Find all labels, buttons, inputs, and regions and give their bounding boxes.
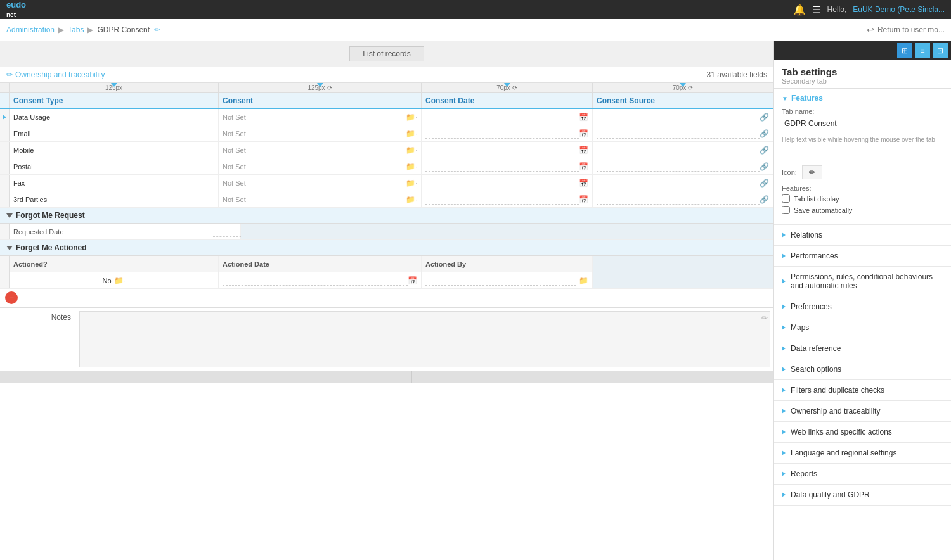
link-icon-6[interactable]: 🔗 bbox=[760, 195, 769, 204]
link-icon-5[interactable]: 🔗 bbox=[760, 179, 769, 188]
requested-date-input[interactable]: 📅 bbox=[209, 224, 241, 239]
cell-source-6[interactable]: 🔗 bbox=[593, 191, 773, 207]
cell-date-1[interactable]: 📅 bbox=[422, 109, 593, 125]
folder-icon-4[interactable]: 📁 bbox=[406, 162, 415, 171]
help-text: Help text visible while hovering the mou… bbox=[782, 136, 943, 144]
collapsible-permissions[interactable]: Permissions, rules, conditional behaviou… bbox=[774, 267, 951, 296]
collapsible-label-language: Language and regional settings bbox=[791, 449, 896, 457]
cell-source-4[interactable]: 🔗 bbox=[593, 158, 773, 174]
calendar-icon-6[interactable]: 📅 bbox=[579, 195, 588, 204]
col-resize-consent-source[interactable]: 70px ⟳ bbox=[593, 83, 773, 92]
features-toggle[interactable]: ▼ Features bbox=[782, 94, 943, 103]
notes-section: Notes ✏ bbox=[0, 307, 773, 371]
collapsible-preferences[interactable]: Preferences bbox=[774, 296, 951, 317]
cell-date-3[interactable]: 📅 bbox=[422, 142, 593, 158]
collapsible-web-links[interactable]: Web links and specific actions bbox=[774, 422, 951, 443]
cell-date-4[interactable]: 📅 bbox=[422, 158, 593, 174]
cell-consent-2[interactable]: Not Set 📁 · bbox=[219, 125, 422, 141]
actioned-by-input[interactable]: 📁 bbox=[422, 272, 593, 288]
cell-source-2[interactable]: 🔗 bbox=[593, 125, 773, 141]
forget-me-actioned-header[interactable]: Forget Me Actioned bbox=[0, 240, 773, 256]
link-icon-2[interactable]: 🔗 bbox=[760, 129, 769, 138]
cell-consent-1[interactable]: Not Set 📁 · bbox=[219, 109, 422, 125]
notes-content[interactable]: ✏ bbox=[79, 311, 770, 367]
return-button[interactable]: ↩ Return to user mo... bbox=[867, 25, 945, 35]
grid-view-icon[interactable]: ⊞ bbox=[897, 43, 912, 58]
notes-edit-icon[interactable]: ✏ bbox=[761, 314, 768, 322]
actioned-date-input[interactable]: 📅 bbox=[219, 272, 422, 288]
breadcrumb-tabs[interactable]: Tabs bbox=[68, 25, 84, 34]
collapsible-maps[interactable]: Maps bbox=[774, 317, 951, 338]
collapsible-ownership[interactable]: Ownership and traceability bbox=[774, 401, 951, 422]
folder-icon-1[interactable]: 📁 bbox=[406, 113, 415, 122]
cell-date-2[interactable]: 📅 bbox=[422, 125, 593, 141]
link-icon-1[interactable]: 🔗 bbox=[760, 113, 769, 122]
collapsible-arrow-permissions bbox=[782, 279, 786, 284]
collapsible-label-ownership: Ownership and traceability bbox=[791, 407, 880, 416]
list-view-icon[interactable]: ≡ bbox=[915, 43, 930, 58]
refresh-icon-1[interactable]: ⟳ bbox=[327, 84, 332, 91]
cell-source-3[interactable]: 🔗 bbox=[593, 142, 773, 158]
folder-icon-2[interactable]: 📁 bbox=[406, 129, 415, 138]
collapsible-label-permissions: Permissions, rules, conditional behaviou… bbox=[791, 272, 943, 290]
cell-consent-6[interactable]: Not Set 📁 · bbox=[219, 191, 422, 207]
help-text-input[interactable] bbox=[782, 147, 943, 160]
calendar-icon-2[interactable]: 📅 bbox=[579, 129, 588, 138]
collapsible-filters[interactable]: Filters and duplicate checks bbox=[774, 380, 951, 401]
col-resize-consent-type[interactable]: 125px bbox=[10, 83, 219, 92]
calendar-icon-5[interactable]: 📅 bbox=[579, 179, 588, 188]
link-icon-4[interactable]: 🔗 bbox=[760, 162, 769, 171]
forgot-me-request-header[interactable]: Forgot Me Request bbox=[0, 208, 773, 224]
cell-source-5[interactable]: 🔗 bbox=[593, 175, 773, 191]
col-resize-consent[interactable]: 125px ⟳ bbox=[219, 83, 422, 92]
col-resize-consent-date[interactable]: 70px ⟳ bbox=[422, 83, 593, 92]
cell-source-1[interactable]: 🔗 bbox=[593, 109, 773, 125]
link-icon-3[interactable]: 🔗 bbox=[760, 146, 769, 155]
cell-type-5: Fax bbox=[10, 175, 219, 191]
calendar-icon-1[interactable]: 📅 bbox=[579, 113, 588, 122]
save-automatically-checkbox[interactable] bbox=[782, 206, 790, 214]
icon-picker[interactable]: ✏ bbox=[802, 165, 822, 179]
cell-consent-5[interactable]: Not Set 📁 · bbox=[219, 175, 422, 191]
folder-icon-3[interactable]: 📁 bbox=[406, 146, 415, 155]
collapsible-arrow-data-quality bbox=[782, 492, 786, 497]
list-records-bar: List of records bbox=[0, 41, 773, 67]
user-link[interactable]: EuUK Demo (Pete Sincla... bbox=[853, 5, 945, 14]
folder-icon-5[interactable]: 📁 bbox=[406, 179, 415, 188]
calendar-icon-4[interactable]: 📅 bbox=[579, 162, 588, 171]
tab-list-display-checkbox[interactable] bbox=[782, 194, 790, 203]
settings-view-icon[interactable]: ⊡ bbox=[933, 43, 948, 58]
cell-date-6[interactable]: 📅 bbox=[422, 191, 593, 207]
row-indicator-5 bbox=[0, 175, 10, 191]
remove-row-button[interactable]: − bbox=[5, 291, 18, 304]
folder-icon-6[interactable]: 📁 bbox=[406, 195, 415, 204]
cell-date-5[interactable]: 📅 bbox=[422, 175, 593, 191]
collapsible-reports[interactable]: Reports bbox=[774, 464, 951, 485]
bell-icon[interactable]: 🔔 bbox=[793, 4, 806, 16]
list-records-button[interactable]: List of records bbox=[349, 46, 424, 61]
section-arrow-1 bbox=[6, 213, 13, 218]
tab-name-input[interactable] bbox=[782, 117, 943, 130]
menu-icon[interactable]: ☰ bbox=[812, 4, 821, 16]
actioned-header-row: Actioned? Actioned Date Actioned By bbox=[0, 256, 773, 272]
refresh-icon-2[interactable]: ⟳ bbox=[512, 84, 517, 91]
cell-consent-3[interactable]: Not Set 📁 · bbox=[219, 142, 422, 158]
collapsible-label-search-options: Search options bbox=[791, 365, 841, 374]
folder-icon-actioned[interactable]: 📁 bbox=[114, 276, 124, 285]
actioned-value[interactable]: No 📁 · bbox=[10, 272, 219, 288]
collapsible-arrow-language bbox=[782, 450, 786, 455]
ownership-link[interactable]: ✏ Ownership and traceability bbox=[6, 70, 105, 79]
cell-consent-4[interactable]: Not Set 📁 · bbox=[219, 158, 422, 174]
collapsible-language[interactable]: Language and regional settings bbox=[774, 443, 951, 464]
collapsible-performances[interactable]: Performances bbox=[774, 246, 951, 267]
collapsible-search-options[interactable]: Search options bbox=[774, 359, 951, 380]
collapsible-data-quality[interactable]: Data quality and GDPR bbox=[774, 485, 951, 506]
actioned-by-col-label: Actioned By bbox=[422, 256, 593, 272]
calendar-icon-3[interactable]: 📅 bbox=[579, 146, 588, 155]
collapsible-data-reference[interactable]: Data reference bbox=[774, 338, 951, 359]
calendar-icon-actioned[interactable]: 📅 bbox=[408, 276, 417, 285]
folder-icon-actioned-by[interactable]: 📁 bbox=[579, 276, 588, 285]
collapsible-relations[interactable]: Relations bbox=[774, 225, 951, 246]
breadcrumb-admin[interactable]: Administration bbox=[6, 25, 55, 34]
refresh-icon-3[interactable]: ⟳ bbox=[688, 84, 693, 91]
